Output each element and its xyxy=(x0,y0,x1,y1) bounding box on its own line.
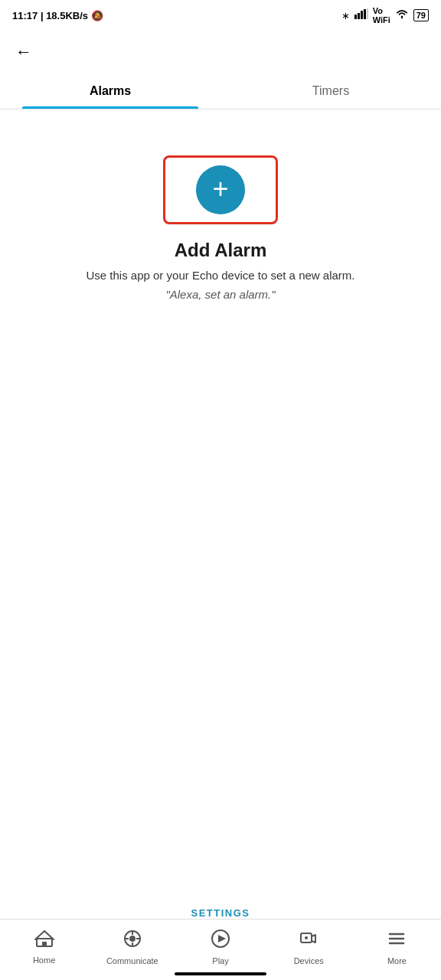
home-label: Home xyxy=(33,956,55,965)
nav-item-more[interactable]: More xyxy=(353,929,441,965)
status-icons: ∗ VoWiFi 79 xyxy=(341,6,429,24)
add-alarm-button[interactable]: + xyxy=(163,155,278,224)
plus-icon: + xyxy=(212,175,228,203)
signal-bars xyxy=(354,8,368,22)
svg-rect-2 xyxy=(361,11,363,19)
nav-item-home[interactable]: Home xyxy=(0,929,88,965)
svg-point-16 xyxy=(305,936,308,939)
svg-marker-14 xyxy=(218,935,226,942)
add-alarm-description: Use this app or your Echo device to set … xyxy=(86,269,354,282)
settings-section: SETTINGS xyxy=(0,907,441,919)
bottom-nav: Home Communicate Play xyxy=(0,919,441,980)
tab-alarms[interactable]: Alarms xyxy=(0,74,220,109)
header: ← xyxy=(0,31,441,74)
svg-rect-1 xyxy=(358,13,360,19)
battery-box: 79 xyxy=(413,9,429,21)
back-button[interactable]: ← xyxy=(12,39,35,65)
nav-item-communicate[interactable]: Communicate xyxy=(88,929,176,965)
devices-icon xyxy=(299,929,318,953)
main-content: + Add Alarm Use this app or your Echo de… xyxy=(0,109,441,316)
status-time-network: 11:17 | 18.5KB/s 🔕 xyxy=(12,10,103,21)
tab-timers[interactable]: Timers xyxy=(220,74,441,109)
add-alarm-title: Add Alarm xyxy=(175,240,266,261)
battery-indicator: 79 xyxy=(413,9,429,21)
svg-rect-4 xyxy=(367,8,368,19)
svg-rect-0 xyxy=(354,15,357,19)
svg-rect-6 xyxy=(42,942,47,946)
svg-rect-3 xyxy=(364,9,366,19)
devices-label: Devices xyxy=(294,956,324,965)
bluetooth-icon: ∗ xyxy=(341,10,350,21)
add-alarm-circle: + xyxy=(196,165,245,214)
wifi-icon xyxy=(395,8,409,22)
more-label: More xyxy=(387,956,407,965)
vo-wifi-icon: VoWiFi xyxy=(373,6,390,24)
home-icon xyxy=(34,929,54,952)
status-bar: 11:17 | 18.5KB/s 🔕 ∗ VoWiFi 79 xyxy=(0,0,441,31)
tabs-container: Alarms Timers xyxy=(0,74,441,109)
communicate-label: Communicate xyxy=(106,956,158,965)
nav-item-devices[interactable]: Devices xyxy=(265,929,353,965)
bottom-indicator xyxy=(175,972,266,975)
add-alarm-hint: "Alexa, set an alarm." xyxy=(165,288,275,301)
more-icon xyxy=(387,929,407,953)
play-label: Play xyxy=(212,956,228,965)
communicate-icon xyxy=(122,929,142,953)
nav-item-play[interactable]: Play xyxy=(176,929,264,965)
settings-label[interactable]: SETTINGS xyxy=(0,907,441,919)
svg-point-8 xyxy=(129,936,136,942)
play-icon xyxy=(211,929,230,953)
